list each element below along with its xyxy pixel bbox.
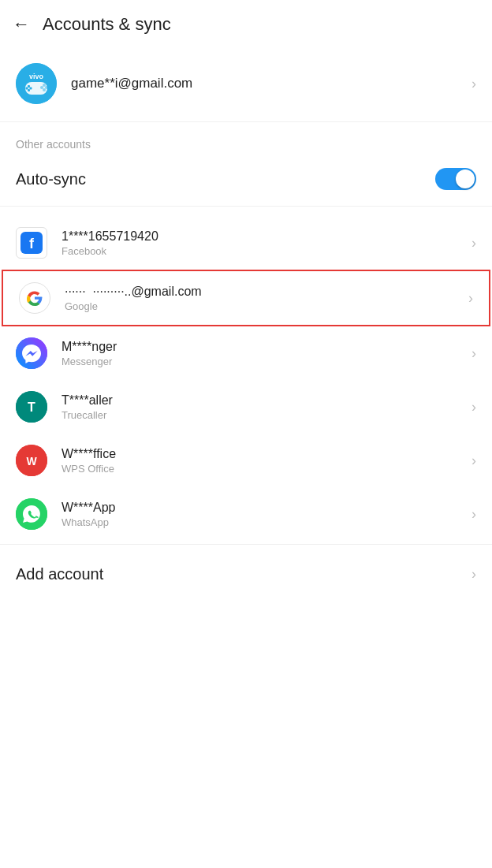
divider-2 [0, 206, 492, 207]
account-item-truecaller[interactable]: T T****aller Truecaller › [0, 380, 492, 434]
wps-icon: W [16, 445, 47, 476]
truecaller-chevron: › [472, 399, 476, 415]
wps-account-info: W****ffice WPS Office [62, 447, 472, 475]
messenger-account-info: M****nger Messenger [62, 340, 472, 367]
whatsapp-account-info: W****App WhatsApp [62, 501, 472, 528]
account-item-google[interactable]: ······ ·········..@gmail.com Google › [2, 270, 490, 326]
facebook-chevron: › [472, 235, 476, 251]
whatsapp-account-sub: WhatsApp [62, 516, 472, 528]
add-account-label: Add account [16, 565, 472, 583]
wps-chevron: › [472, 453, 476, 469]
svg-text:T: T [28, 400, 35, 414]
account-item-messenger[interactable]: M****nger Messenger › [0, 326, 492, 380]
add-account-row[interactable]: Add account › [0, 551, 492, 598]
svg-point-7 [43, 84, 46, 87]
vivo-account-row[interactable]: vivo game**i@gmail.com › [0, 49, 492, 118]
svg-rect-3 [28, 85, 30, 88]
truecaller-account-name: T****aller [62, 393, 472, 408]
whatsapp-account-name: W****App [62, 501, 472, 515]
wps-account-name: W****ffice [62, 447, 472, 461]
truecaller-icon: T [16, 391, 47, 423]
svg-rect-6 [30, 88, 32, 90]
header: ← Accounts & sync [0, 0, 492, 49]
truecaller-account-info: T****aller Truecaller [62, 393, 472, 421]
svg-point-10 [45, 86, 48, 89]
back-button[interactable]: ← [13, 14, 30, 35]
whatsapp-icon [16, 498, 47, 530]
facebook-account-sub: Facebook [62, 245, 472, 257]
toggle-knob [456, 170, 475, 188]
vivo-avatar: vivo [16, 63, 57, 104]
other-accounts-label: Other accounts [0, 125, 492, 155]
svg-rect-4 [28, 89, 30, 91]
messenger-account-sub: Messenger [62, 356, 472, 367]
svg-text:W: W [26, 455, 37, 468]
svg-rect-5 [26, 88, 28, 90]
vivo-email: game**i@gmail.com [71, 76, 472, 91]
autosync-toggle[interactable] [435, 168, 476, 190]
account-item-wps[interactable]: W W****ffice WPS Office › [0, 434, 492, 487]
facebook-icon: f [16, 227, 47, 259]
messenger-account-name: M****nger [62, 340, 472, 354]
whatsapp-chevron: › [472, 506, 476, 523]
add-account-chevron: › [472, 566, 476, 583]
wps-account-sub: WPS Office [62, 463, 472, 475]
svg-text:vivo: vivo [29, 73, 44, 80]
svg-text:f: f [29, 236, 35, 251]
autosync-label: Auto-sync [16, 170, 435, 188]
svg-point-14 [16, 337, 47, 369]
autosync-row[interactable]: Auto-sync [0, 155, 492, 203]
account-item-whatsapp[interactable]: W****App WhatsApp › [0, 487, 492, 541]
google-account-name: ······ ·········..@gmail.com [65, 285, 468, 299]
messenger-icon [16, 337, 47, 369]
svg-point-9 [40, 86, 43, 89]
divider-3 [0, 544, 492, 545]
svg-point-8 [43, 88, 46, 91]
facebook-account-name: 1****1655719420 [62, 229, 472, 244]
google-account-sub: Google [65, 300, 468, 312]
truecaller-account-sub: Truecaller [62, 409, 472, 421]
google-icon [19, 282, 50, 314]
google-chevron: › [468, 290, 473, 307]
divider-1 [0, 121, 492, 122]
account-item-facebook[interactable]: f 1****1655719420 Facebook › [0, 216, 492, 270]
vivo-account-chevron: › [472, 76, 476, 92]
google-account-info: ······ ·········..@gmail.com Google [65, 285, 468, 312]
facebook-account-info: 1****1655719420 Facebook [62, 229, 472, 257]
messenger-chevron: › [472, 345, 476, 362]
spacer [0, 210, 492, 216]
page-title: Accounts & sync [43, 14, 171, 35]
